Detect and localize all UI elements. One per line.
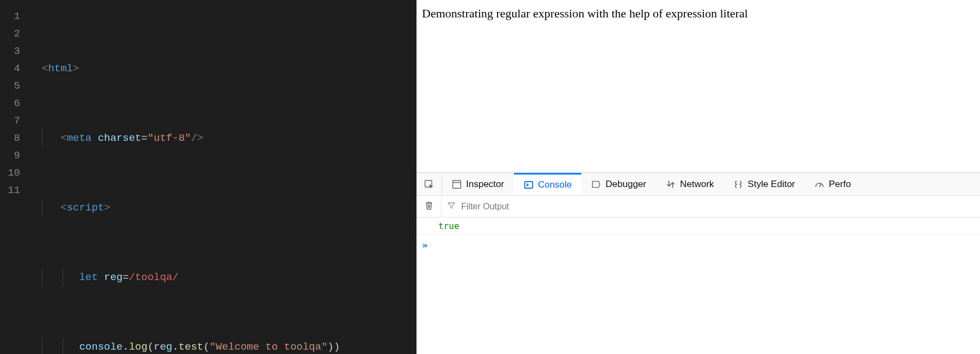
clear-console-button[interactable] bbox=[416, 196, 442, 217]
tab-label: Console bbox=[538, 179, 572, 190]
tab-console[interactable]: Console bbox=[514, 173, 581, 195]
code-line[interactable]: console.log(reg.test("Welcome to toolqa"… bbox=[30, 338, 377, 354]
tab-style-editor[interactable]: Style Editor bbox=[724, 173, 805, 195]
console-output: true » bbox=[416, 218, 980, 255]
line-number-gutter: 1 2 3 4 5 6 7 8 9 10 11 bbox=[0, 0, 30, 354]
devtools-panel: Inspector Console Debugger Network bbox=[416, 172, 980, 354]
tab-network[interactable]: Network bbox=[656, 173, 724, 195]
page-body-text: Demonstrating regular expression with th… bbox=[422, 7, 748, 20]
tag-html: html bbox=[48, 63, 73, 74]
network-icon bbox=[666, 179, 676, 189]
line-number: 1 bbox=[0, 8, 30, 25]
inspector-icon bbox=[452, 179, 462, 189]
tab-label: Network bbox=[680, 179, 714, 190]
line-number: 8 bbox=[0, 129, 30, 147]
pick-element-button[interactable] bbox=[416, 173, 442, 195]
tab-inspector[interactable]: Inspector bbox=[442, 173, 514, 195]
tab-performance[interactable]: Perfo bbox=[805, 173, 861, 195]
rendered-page: Demonstrating regular expression with th… bbox=[416, 0, 980, 172]
prompt-icon: » bbox=[422, 239, 428, 251]
debugger-icon bbox=[591, 179, 601, 189]
keyword-let: let bbox=[79, 271, 97, 283]
regex-literal: /toolqa/ bbox=[129, 271, 179, 283]
svg-line-4 bbox=[819, 183, 821, 187]
tab-label: Debugger bbox=[605, 179, 646, 190]
tab-label: Inspector bbox=[466, 179, 504, 190]
line-number: 10 bbox=[0, 164, 30, 182]
console-log-entry[interactable]: true bbox=[416, 218, 980, 235]
string-arg: "Welcome to toolqa" bbox=[210, 341, 328, 353]
console-toolbar bbox=[416, 196, 980, 218]
devtools-tab-bar: Inspector Console Debugger Network bbox=[416, 173, 980, 196]
pick-element-icon bbox=[424, 179, 434, 189]
code-area[interactable]: <html> <meta charset="utf-8"/> <script> … bbox=[30, 0, 377, 354]
line-number: 3 bbox=[0, 42, 30, 60]
code-line[interactable]: let reg=/toolqa/ bbox=[30, 269, 377, 286]
console-log-value: true bbox=[438, 221, 460, 231]
line-number: 2 bbox=[0, 25, 30, 42]
browser-pane: Demonstrating regular expression with th… bbox=[416, 0, 980, 354]
line-number: 11 bbox=[0, 182, 30, 199]
fn-test: test bbox=[179, 341, 204, 353]
fn-log: log bbox=[129, 341, 148, 353]
identifier-console: console bbox=[79, 341, 122, 353]
line-number: 5 bbox=[0, 77, 30, 95]
attr-charset-value: "utf-8" bbox=[148, 132, 191, 144]
line-number: 9 bbox=[0, 147, 30, 164]
performance-icon bbox=[814, 179, 824, 189]
trash-icon bbox=[424, 201, 434, 213]
code-line[interactable]: <script> bbox=[30, 199, 377, 216]
filter-output-input[interactable] bbox=[442, 196, 980, 217]
style-editor-icon bbox=[733, 179, 743, 189]
tab-label: Perfo bbox=[829, 179, 851, 190]
code-editor[interactable]: 1 2 3 4 5 6 7 8 9 10 11 <html> <meta cha… bbox=[0, 0, 416, 354]
tab-label: Style Editor bbox=[748, 179, 795, 190]
line-number: 6 bbox=[0, 95, 30, 112]
tag-meta: meta bbox=[67, 132, 92, 144]
var-reg: reg bbox=[104, 271, 122, 283]
code-line[interactable]: <meta charset="utf-8"/> bbox=[30, 129, 377, 147]
console-prompt[interactable]: » bbox=[416, 235, 980, 255]
svg-rect-1 bbox=[453, 180, 461, 188]
tab-debugger[interactable]: Debugger bbox=[581, 173, 656, 195]
code-line[interactable]: <html> bbox=[30, 60, 377, 77]
line-number: 4 bbox=[0, 60, 30, 77]
tag-script-open: script bbox=[67, 202, 104, 214]
console-icon bbox=[524, 180, 534, 190]
line-number: 7 bbox=[0, 112, 30, 129]
attr-charset: charset bbox=[98, 132, 142, 144]
